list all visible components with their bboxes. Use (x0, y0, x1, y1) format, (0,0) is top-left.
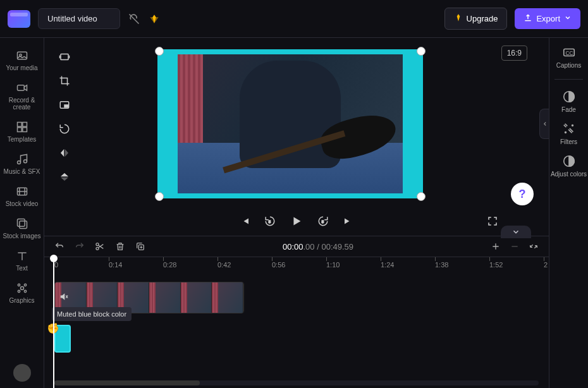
timeline-collapse-button[interactable] (501, 226, 531, 238)
svg-point-13 (18, 284, 20, 286)
resize-handle-tl[interactable] (155, 47, 164, 56)
skip-start-button[interactable] (239, 215, 250, 227)
svg-rect-19 (64, 105, 68, 107)
sidebar-item-templates[interactable]: Templates (0, 117, 44, 147)
right-sidebar: CC Captions Fade Filters Adjust colors (549, 38, 588, 388)
canvas-toolbar (56, 48, 73, 186)
right-item-adjust-colors[interactable]: Adjust colors (549, 154, 588, 178)
flip-horizontal-icon[interactable] (56, 144, 73, 162)
video-preview[interactable] (178, 54, 403, 193)
ruler-tick: 1:52 (489, 261, 503, 269)
fit-timeline-button[interactable] (529, 241, 539, 252)
skip-end-button[interactable] (343, 215, 354, 227)
forward-5s-button[interactable]: 5 (317, 215, 329, 227)
right-item-label: Adjust colors (551, 171, 587, 178)
ruler-tick: 1:10 (326, 261, 340, 269)
zoom-in-button[interactable] (491, 241, 501, 252)
sidebar-item-graphics[interactable]: Graphics (0, 278, 44, 308)
sidebar-item-label: Graphics (9, 297, 34, 304)
project-title-input[interactable]: Untitled video (38, 8, 120, 29)
svg-rect-3 (17, 123, 21, 127)
duration-time: 00:49 (321, 242, 342, 252)
ruler-tick: 0:28 (163, 261, 176, 269)
chevron-down-icon (564, 14, 572, 23)
svg-rect-11 (19, 221, 27, 229)
resize-handle-bl[interactable] (155, 192, 164, 201)
right-item-fade[interactable]: Fade (549, 90, 588, 113)
app-logo[interactable] (8, 10, 30, 28)
svg-point-8 (23, 160, 27, 163)
playhead[interactable] (53, 257, 54, 388)
timecode-display: 00:00.00 / 00:49.59 (156, 242, 481, 252)
svg-point-29 (565, 132, 566, 133)
help-button[interactable]: ? (511, 183, 534, 205)
export-button[interactable]: Export (515, 8, 580, 29)
sidebar-item-label: Text (16, 265, 27, 272)
right-item-filters[interactable]: Filters (549, 122, 588, 145)
preview-area: 16:9 ? (44, 38, 549, 209)
split-button[interactable] (95, 241, 105, 252)
ruler-tick: 0:14 (109, 261, 122, 269)
svg-rect-6 (22, 128, 27, 132)
ruler-tick: 2 (544, 261, 548, 269)
right-item-label: Fade (561, 106, 576, 113)
ruler-tick: 1:24 (381, 261, 394, 269)
sidebar-item-your-media[interactable]: Your media (0, 45, 44, 75)
svg-text:5: 5 (322, 220, 324, 224)
sidebar-item-label: Your media (6, 64, 37, 71)
timeline-toolbar: 00:00.00 / 00:49.59 (44, 236, 549, 257)
sidebar-item-stock-video[interactable]: Stock video (0, 181, 44, 211)
aspect-ratio-selector[interactable]: 16:9 (501, 45, 527, 61)
svg-point-7 (17, 161, 20, 164)
undo-button[interactable] (54, 241, 64, 252)
ruler-tick: 0:56 (272, 261, 285, 269)
premium-diamond-icon[interactable] (148, 13, 161, 25)
canvas-container (82, 44, 498, 203)
cloud-sync-off-icon[interactable] (128, 13, 140, 25)
resize-handle-br[interactable] (417, 192, 426, 201)
playback-controls: 5 5 (44, 209, 549, 236)
sidebar-item-stock-images[interactable]: Stock images (0, 214, 44, 243)
duplicate-button[interactable] (135, 241, 145, 252)
svg-rect-17 (61, 54, 68, 60)
svg-point-28 (572, 125, 573, 126)
sidebar-item-music-sfx[interactable]: Music & SFX (0, 149, 44, 179)
top-bar: Untitled video Upgrade Export (0, 0, 588, 38)
svg-text:CC: CC (565, 51, 573, 56)
upgrade-label: Upgrade (467, 14, 498, 23)
rewind-5s-button[interactable]: 5 (264, 215, 276, 227)
user-avatar[interactable] (13, 364, 31, 382)
play-button[interactable] (290, 214, 303, 228)
timeline-scrollbar[interactable] (54, 380, 539, 385)
left-sidebar: Your media Record & create Templates Mus… (0, 38, 44, 388)
right-item-captions[interactable]: CC Captions (549, 45, 588, 69)
sidebar-item-label: Stock video (6, 200, 39, 207)
sidebar-item-text[interactable]: Text (0, 246, 44, 276)
right-panel-collapse[interactable] (539, 109, 549, 139)
resize-handle-tr[interactable] (417, 47, 426, 56)
svg-rect-5 (17, 128, 21, 132)
diamond-icon (454, 13, 463, 24)
redo-button[interactable] (75, 241, 85, 252)
upgrade-button[interactable]: Upgrade (444, 8, 508, 30)
svg-text:5: 5 (269, 220, 271, 224)
crop-tool-icon[interactable] (56, 72, 73, 90)
svg-point-12 (20, 287, 23, 290)
timeline-tracks[interactable]: Muted blue block color ✊ (44, 274, 549, 388)
rotate-tool-icon[interactable] (56, 120, 73, 138)
sidebar-item-label: Music & SFX (4, 168, 40, 175)
right-item-label: Filters (560, 138, 577, 145)
flip-vertical-icon[interactable] (56, 168, 73, 186)
delete-button[interactable] (115, 241, 125, 252)
mute-icon[interactable] (59, 292, 69, 304)
fit-tool-icon[interactable] (56, 48, 73, 66)
zoom-out-button[interactable] (510, 241, 520, 252)
sidebar-item-record-create[interactable]: Record & create (0, 78, 44, 114)
upload-icon (524, 13, 532, 24)
timeline-ruler[interactable]: 0 0:14 0:28 0:42 0:56 1:10 1:24 1:38 1:5… (44, 257, 549, 274)
canvas-selection-frame[interactable] (157, 49, 423, 198)
ruler-tick: 1:38 (435, 261, 448, 269)
sidebar-item-label: Templates (8, 136, 37, 143)
pip-tool-icon[interactable] (56, 96, 73, 114)
fullscreen-button[interactable] (487, 215, 498, 227)
